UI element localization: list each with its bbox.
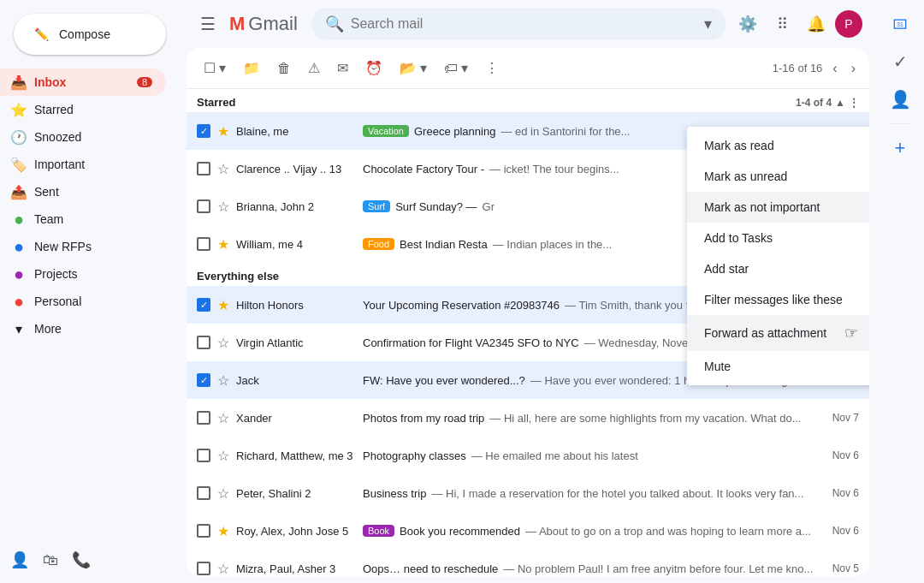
email-subject: Photography classes [363, 449, 466, 462]
star-icon[interactable]: ★ [217, 123, 229, 140]
sidebar-item-more[interactable]: ▾ More [0, 315, 166, 342]
star-icon[interactable]: ★ [217, 523, 229, 539]
email-row[interactable]: ★ Roy, Alex, John Jose 5 Book Book you r… [187, 512, 869, 550]
email-subject: Chocolate Factory Tour - [363, 163, 484, 175]
email-subject: Confirmation for Flight VA2345 SFO to NY… [363, 336, 579, 349]
sidebar-item-team[interactable]: ● Team [0, 205, 166, 233]
email-checkbox[interactable] [197, 524, 210, 538]
header: ☰ M Gmail 🔍 ▾ ⚙️ ⠿ 🔔 P [180, 0, 876, 48]
sidebar-item-newrfps[interactable]: ● New RFPs [0, 233, 166, 260]
email-checkbox[interactable] [197, 486, 210, 500]
compose-button[interactable]: ✏️ Compose [14, 14, 166, 55]
sidebar-item-snoozed[interactable]: 🕐 Snoozed [0, 123, 166, 151]
prev-page-button[interactable]: ‹ [829, 57, 840, 80]
context-menu-filter-messages[interactable]: Filter messages like these [687, 284, 869, 315]
email-sender: Virgin Atlantic [236, 336, 356, 349]
notifications-button[interactable]: 🔔 [801, 9, 832, 39]
star-icon[interactable]: ☆ [217, 448, 229, 464]
personal-label: Personal [34, 294, 152, 308]
tasks-icon[interactable]: ✓ [883, 45, 917, 79]
email-preview: — About to go on a trop and was hoping t… [525, 525, 811, 538]
context-menu-mute[interactable]: Mute [687, 351, 869, 382]
starred-more-icon[interactable]: ⋮ [849, 97, 859, 109]
context-menu-mark-not-important[interactable]: Mark as not important [687, 192, 869, 223]
context-menu-add-tasks[interactable]: Add to Tasks [687, 223, 869, 253]
important-label: Important [34, 158, 152, 171]
context-menu-mark-read[interactable]: Mark as read [687, 130, 869, 161]
star-icon[interactable]: ☆ [217, 485, 229, 502]
context-menu: Mark as read Mark as unread Mark as not … [687, 127, 869, 385]
email-tag: Surf [363, 200, 390, 212]
apps-button[interactable]: ⠿ [767, 9, 797, 39]
snoozed-icon: 🕐 [10, 129, 27, 146]
store-icon[interactable]: 🛍 [43, 551, 58, 569]
email-sender: Peter, Shalini 2 [236, 487, 356, 500]
email-checkbox[interactable]: ✓ [197, 298, 210, 312]
email-checkbox[interactable] [197, 199, 210, 213]
more-actions-button[interactable]: ⋮ [478, 55, 506, 81]
label-button[interactable]: 🏷 ▾ [437, 55, 475, 81]
star-icon[interactable]: ☆ [217, 335, 229, 351]
sidebar-item-personal[interactable]: ● Personal [0, 288, 166, 315]
avatar[interactable]: P [835, 10, 862, 38]
settings-button[interactable]: ⚙️ [732, 9, 763, 39]
spam-icon: ⚠ [308, 60, 320, 76]
phone-icon[interactable]: 📞 [72, 550, 91, 569]
search-dropdown-icon[interactable]: ▾ [704, 15, 712, 33]
email-checkbox[interactable] [197, 411, 210, 425]
context-menu-mark-unread[interactable]: Mark as unread [687, 161, 869, 192]
projects-label: Projects [34, 267, 152, 281]
email-checkbox[interactable] [197, 162, 210, 175]
email-row[interactable]: ☆ Peter, Shalini 2 Business trip — Hi, I… [187, 474, 869, 512]
star-icon[interactable]: ★ [217, 236, 229, 253]
contacts-icon[interactable]: 👤 [883, 82, 917, 116]
mark-button[interactable]: ✉ [330, 55, 355, 81]
email-checkbox[interactable] [197, 562, 210, 575]
email-checkbox[interactable] [197, 449, 210, 462]
sidebar-item-important[interactable]: 🏷️ Important [0, 151, 166, 178]
email-checkbox[interactable]: ✓ [197, 373, 210, 387]
email-row[interactable]: ☆ Mizra, Paul, Asher 3 Oops… need to res… [187, 550, 869, 576]
spam-button[interactable]: ⚠ [301, 55, 327, 81]
archive-button[interactable]: 📁 [236, 55, 267, 81]
sent-icon: 📤 [10, 184, 27, 200]
snooze-icon: ⏰ [365, 60, 382, 76]
star-icon[interactable]: ☆ [217, 410, 229, 426]
starred-expand-icon[interactable]: ▲ [835, 97, 845, 109]
menu-button[interactable]: ☰ [193, 7, 222, 41]
sidebar-item-projects[interactable]: ● Projects [0, 260, 166, 288]
star-icon[interactable]: ★ [217, 297, 229, 313]
email-checkbox[interactable]: ✓ [197, 124, 210, 138]
star-icon[interactable]: ☆ [217, 372, 229, 389]
email-preview: — Hi, I made a reservation for the hotel… [431, 487, 803, 500]
move-dropdown-icon: ▾ [420, 60, 427, 76]
starred-section-actions: 1-4 of 4 ▲ ⋮ [796, 97, 859, 109]
add-app-icon[interactable]: + [883, 131, 917, 165]
sidebar-item-starred[interactable]: ⭐ Starred [0, 96, 166, 123]
search-input[interactable] [351, 16, 697, 32]
email-checkbox[interactable] [197, 237, 210, 251]
mark-icon: ✉ [337, 60, 348, 76]
select-all-button[interactable]: ☐ ▾ [197, 55, 233, 81]
email-preview: — No problem Paul! I am free anyitm befo… [503, 562, 813, 575]
manage-account-icon[interactable]: 👤 [10, 550, 29, 569]
delete-button[interactable]: 🗑 [270, 56, 298, 81]
inbox-badge: 8 [137, 77, 152, 87]
email-row[interactable]: ☆ Xander Photos from my road trip — Hi a… [187, 399, 869, 437]
email-checkbox[interactable] [197, 336, 210, 349]
sidebar-item-inbox[interactable]: 📥 Inbox 8 [0, 68, 166, 96]
email-row[interactable]: ☆ Richard, Matthew, me 3 Photography cla… [187, 437, 869, 474]
star-icon[interactable]: ☆ [217, 199, 229, 215]
star-icon[interactable]: ☆ [217, 161, 229, 177]
context-menu-forward-attachment[interactable]: Forward as attachment ☞ [687, 315, 869, 351]
sidebar-item-sent[interactable]: 📤 Sent [0, 178, 166, 205]
snooze-button[interactable]: ⏰ [358, 55, 389, 81]
star-icon[interactable]: ☆ [217, 561, 229, 577]
gmail-logo-text: Gmail [248, 13, 297, 35]
move-to-button[interactable]: 📂 ▾ [393, 55, 434, 81]
context-menu-add-star[interactable]: Add star [687, 253, 869, 284]
right-panel-divider [890, 123, 910, 124]
next-page-button[interactable]: › [848, 57, 859, 80]
email-preview: — Indian places in the... [493, 238, 612, 251]
meet-icon[interactable]: 31 [883, 7, 917, 41]
